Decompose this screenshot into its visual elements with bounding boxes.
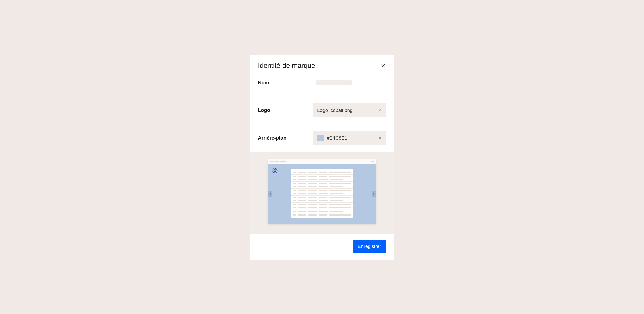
- chrome-decoration: [280, 161, 286, 162]
- background-row: Arrière-plan #B4C8E1: [258, 124, 386, 152]
- logo-row: Logo Logo_cobalt.png: [258, 96, 386, 124]
- save-button[interactable]: Enregistrer: [353, 240, 386, 253]
- preview-next-button[interactable]: [372, 191, 376, 197]
- logo-file-chip[interactable]: Logo_cobalt.png: [313, 103, 386, 117]
- close-icon[interactable]: [380, 63, 386, 69]
- preview-logo-icon: [272, 168, 278, 174]
- modal-footer: Enregistrer: [250, 234, 394, 260]
- modal-title: Identité de marque: [258, 62, 315, 70]
- logo-label: Logo: [258, 107, 270, 113]
- preview-window: [268, 159, 376, 224]
- remove-background-icon[interactable]: [378, 136, 382, 140]
- preview-document: [291, 169, 353, 218]
- chrome-decoration: [270, 161, 274, 162]
- chevron-right-icon: [373, 193, 374, 195]
- svg-point-6: [273, 168, 277, 173]
- name-input-placeholder: [316, 80, 352, 85]
- chrome-decoration: [275, 161, 279, 162]
- svg-point-7: [274, 170, 276, 172]
- color-chip-content: #B4C8E1: [317, 135, 347, 141]
- background-color-chip[interactable]: #B4C8E1: [313, 131, 386, 145]
- name-input[interactable]: [313, 77, 386, 89]
- remove-logo-icon[interactable]: [378, 108, 382, 113]
- chevron-left-icon: [270, 193, 271, 195]
- preview-window-chrome: [268, 159, 376, 164]
- modal-header: Identité de marque: [250, 55, 394, 70]
- background-label: Arrière-plan: [258, 135, 286, 141]
- chrome-decoration: [371, 161, 374, 162]
- form-section: Nom Logo Logo_cobalt.png Arrière-plan: [250, 70, 394, 152]
- preview-prev-button[interactable]: [268, 191, 272, 197]
- name-label: Nom: [258, 80, 269, 86]
- preview-content: [268, 164, 376, 224]
- logo-filename: Logo_cobalt.png: [317, 108, 353, 113]
- color-swatch: [317, 135, 324, 141]
- preview-section: [250, 152, 394, 234]
- color-hex-value: #B4C8E1: [327, 135, 347, 141]
- brand-identity-modal: Identité de marque Nom Logo Logo_cobalt.…: [250, 55, 394, 260]
- name-row: Nom: [258, 70, 386, 96]
